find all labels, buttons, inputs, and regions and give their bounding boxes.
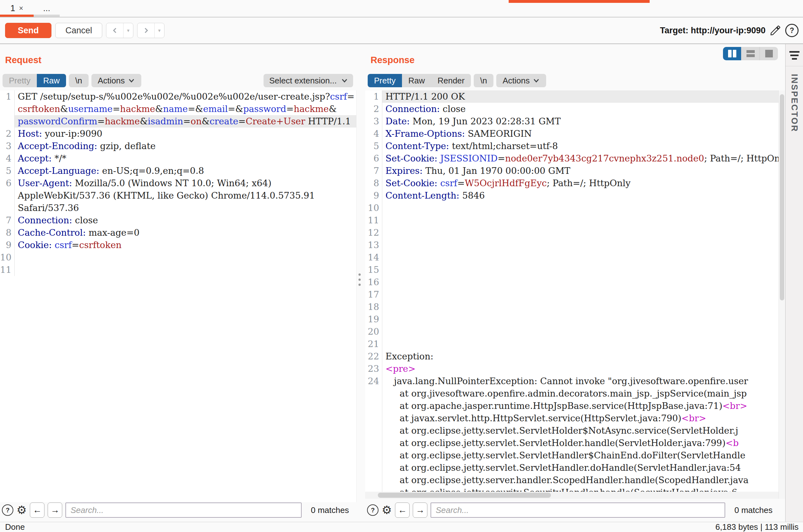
scrollbar-thumb[interactable] <box>780 94 784 300</box>
line-number: 5 <box>365 140 382 152</box>
response-view-tabs: PrettyRawRender\nActions <box>368 74 546 87</box>
tab-n[interactable]: \n <box>69 74 89 87</box>
response-pane-title: Response <box>370 55 415 65</box>
editor-row: 7Expires: Thu, 01 Jan 1970 00:00:00 GMT <box>365 165 779 177</box>
line-number <box>0 202 15 214</box>
collapse-panel-icon[interactable] <box>789 51 800 60</box>
single-layout-button[interactable] <box>760 47 778 60</box>
request-search-input[interactable] <box>66 502 302 518</box>
line-number <box>0 103 15 115</box>
line-text: Content-Length: 5846 <box>382 189 779 202</box>
line-text: Set-Cookie: csrf=W5OcjrlHdfFgEyc; Path=/… <box>382 177 779 189</box>
line-number: 20 <box>365 325 382 338</box>
line-number: 1 <box>365 90 382 103</box>
scrollbar-thumb[interactable] <box>378 493 551 498</box>
back-request-button[interactable]: ▼ <box>106 23 133 38</box>
search-help-icon[interactable]: ? <box>367 505 379 516</box>
line-text: Content-Type: text/html;charset=utf-8 <box>382 140 779 152</box>
chevron-right-icon <box>138 23 154 38</box>
forward-history-dropdown[interactable]: ▼ <box>154 23 164 38</box>
chevron-down-icon <box>128 78 135 83</box>
response-match-count: 0 matches <box>728 505 779 515</box>
line-number: 3 <box>365 115 382 128</box>
line-text <box>382 276 779 288</box>
tab-actions[interactable]: Actions <box>496 74 546 87</box>
editor-row: 2Connection: close <box>365 103 779 115</box>
response-vertical-scrollbar[interactable] <box>779 90 785 499</box>
close-tab-icon[interactable]: × <box>19 4 23 13</box>
previous-match-button[interactable]: ← <box>395 502 409 518</box>
send-button[interactable]: Send <box>5 23 51 38</box>
line-text: Accept: */* <box>15 152 356 165</box>
line-text <box>382 313 779 325</box>
cancel-button[interactable]: Cancel <box>55 23 102 38</box>
tab-raw[interactable]: Raw <box>402 74 431 87</box>
line-text: GET /setup/setup-s/%u002e%u002e/%u002e%u… <box>15 90 356 103</box>
line-number: 9 <box>365 189 382 202</box>
line-number: 7 <box>0 214 15 227</box>
rows-layout-button[interactable] <box>742 47 760 60</box>
request-view-tabs: PrettyRaw\nActions <box>2 74 141 87</box>
next-match-button[interactable]: → <box>48 502 62 518</box>
line-number <box>365 387 382 400</box>
previous-match-button[interactable]: ← <box>30 502 44 518</box>
line-number: 3 <box>0 140 15 152</box>
gear-icon[interactable]: ⚙ <box>17 505 27 516</box>
edit-target-button[interactable] <box>769 24 781 37</box>
repeater-tab-more[interactable]: ... <box>34 0 60 17</box>
line-text <box>382 264 779 276</box>
editor-row: 17 <box>365 288 779 301</box>
editor-row: 4X-Frame-Options: SAMEORIGIN <box>365 128 779 140</box>
tab-pretty[interactable]: Pretty <box>2 74 37 87</box>
tab-raw[interactable]: Raw <box>37 74 66 87</box>
gear-icon[interactable]: ⚙ <box>382 505 392 516</box>
editor-row: 13 <box>365 239 779 251</box>
editor-row: 11 <box>365 214 779 227</box>
editor-row: 23<pre> <box>365 363 779 375</box>
line-text: Accept-Encoding: gzip, deflate <box>15 140 356 152</box>
line-number: 22 <box>365 350 382 363</box>
tab-render[interactable]: Render <box>431 74 471 87</box>
line-text: at org.eclipse.jetty.servlet.ServletHand… <box>382 449 779 461</box>
pane-divider-handle[interactable] <box>358 273 361 286</box>
request-match-count: 0 matches <box>305 505 355 515</box>
loading-progress-bar <box>509 0 650 3</box>
editor-row: 4Accept: */* <box>0 152 356 165</box>
forward-request-button[interactable]: ▼ <box>137 23 164 38</box>
back-history-dropdown[interactable]: ▼ <box>123 23 133 38</box>
tab-n[interactable]: \n <box>474 74 493 87</box>
line-text: Connection: close <box>382 103 779 115</box>
columns-layout-button[interactable] <box>723 47 742 60</box>
editor-row: 1GET /setup/setup-s/%u002e%u002e/%u002e%… <box>0 90 356 103</box>
editor-row: 6User-Agent: Mozilla/5.0 (Windows NT 10.… <box>0 177 356 189</box>
inspector-label[interactable]: INSPECTOR <box>789 74 799 201</box>
tab-pretty[interactable]: Pretty <box>368 74 402 87</box>
response-horizontal-scrollbar[interactable] <box>365 492 779 499</box>
next-match-button[interactable]: → <box>413 502 427 518</box>
line-number: 16 <box>365 276 382 288</box>
line-text: X-Frame-Options: SAMEORIGIN <box>382 128 779 140</box>
line-number <box>0 189 15 202</box>
line-text <box>382 301 779 313</box>
response-editor[interactable]: 1HTTP/1.1 200 OK2Connection: close3Date:… <box>365 90 779 499</box>
line-text: at org.eclipse.jetty.servlet.ServletHand… <box>382 461 779 474</box>
inspector-sidebar: INSPECTOR <box>785 44 803 522</box>
request-editor[interactable]: 1GET /setup/setup-s/%u002e%u002e/%u002e%… <box>0 90 357 502</box>
line-text <box>382 251 779 264</box>
search-help-icon[interactable]: ? <box>2 505 13 516</box>
repeater-tab-1[interactable]: 1 × <box>0 0 34 17</box>
chevron-left-icon <box>106 23 123 38</box>
line-text: Connection: close <box>15 214 356 227</box>
editor-row: 14 <box>365 251 779 264</box>
line-text <box>382 214 779 227</box>
line-text: AppleWebKit/537.36 (KHTML, like Gecko) C… <box>15 189 356 202</box>
help-button[interactable]: ? <box>785 24 799 37</box>
editor-row: csrftoken&username=hackme&name=&email=&p… <box>0 103 356 115</box>
editor-row: 3Date: Mon, 19 Jun 2023 02:28:31 GMT <box>365 115 779 128</box>
line-number: 7 <box>365 165 382 177</box>
line-number: 9 <box>0 239 15 251</box>
select-extension-dropdown[interactable]: Select extension... <box>263 74 353 87</box>
tab-actions[interactable]: Actions <box>91 74 141 87</box>
response-search-input[interactable] <box>431 502 725 518</box>
line-text: Date: Mon, 19 Jun 2023 02:28:31 GMT <box>382 115 779 128</box>
